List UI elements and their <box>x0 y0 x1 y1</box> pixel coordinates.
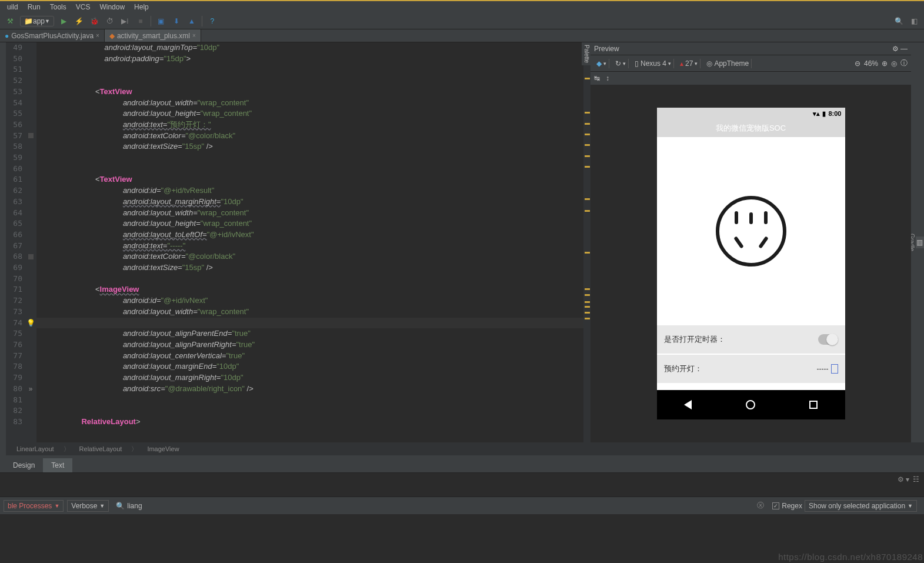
tab-design[interactable]: Design <box>5 458 43 472</box>
sdk-manager-icon[interactable]: ⬇ <box>170 15 183 28</box>
tab-label: activity_smart_plus.xml <box>117 32 190 40</box>
zoom-label: 46% <box>864 59 878 68</box>
layout-mode-tabs: Design Text <box>0 455 924 473</box>
profile-icon[interactable]: ⏱ <box>104 15 116 28</box>
timer-switch[interactable] <box>818 334 838 345</box>
menu-help[interactable]: Help <box>129 1 154 13</box>
right-rail: ▥ Gradle ◧ Preview ▤ Device File Explor <box>911 42 924 442</box>
schedule-row[interactable]: 预约开灯： ----- <box>657 355 845 383</box>
timer-toggle-row: 是否打开定时器： <box>657 325 845 354</box>
process-combo[interactable]: ble Processes▼ <box>4 500 64 512</box>
folder-icon: 📁 <box>24 17 33 25</box>
search-value: liang <box>127 502 142 510</box>
warnings-icon[interactable]: ⓘ <box>900 58 908 68</box>
panel-body: ⚙ ▾ ☷ <box>0 473 924 497</box>
tab-text[interactable]: Text <box>43 458 72 472</box>
schedule-value: ----- <box>817 365 829 373</box>
run-config-selector[interactable]: 📁 app ▼ <box>20 16 54 26</box>
back-icon[interactable] <box>684 400 692 409</box>
code-editor[interactable]: android:layout_marginTop="10dp" android:… <box>36 42 583 442</box>
schedule-label: 预约开灯： <box>664 364 702 374</box>
minimize-icon[interactable]: — <box>900 45 908 53</box>
clear-icon[interactable]: ⓧ <box>757 501 764 511</box>
zoom-out-icon[interactable]: ⊖ <box>855 59 860 68</box>
debug-icon[interactable]: 🐞 <box>88 15 101 28</box>
preview-sub-toolbar: ↹ ↕ <box>591 72 911 85</box>
device-body: 是否打开定时器： 预约开灯： ----- <box>657 137 845 390</box>
menu-tools[interactable]: Tools <box>45 1 71 13</box>
java-file-icon: ● <box>5 32 9 40</box>
home-icon[interactable] <box>746 400 755 409</box>
orientation-selector[interactable]: ↻▾ <box>613 59 629 68</box>
avd-manager-icon[interactable]: ▣ <box>155 15 168 28</box>
pan-icon[interactable]: ↹ <box>594 74 600 82</box>
nav-bar <box>657 390 845 419</box>
clock-label: 8:00 <box>828 110 841 117</box>
crumb-3[interactable]: ImageView <box>142 445 184 452</box>
next-icon <box>831 364 838 374</box>
rail-btn-1[interactable]: ▥ <box>916 236 924 248</box>
error-stripe[interactable] <box>583 42 591 442</box>
app-bar-title: 我的微信宠物版SOC <box>716 123 786 134</box>
plug-icon <box>657 137 845 325</box>
logcat-bar: ble Processes▼ Verbose▼ 🔍 liang ⓧ ✓Regex… <box>0 497 924 514</box>
crumb-2[interactable]: RelativeLayout <box>75 445 127 452</box>
editor-tabs: ● GosSmartPlusActivity.java × ◆ activity… <box>0 29 924 42</box>
search-icon[interactable]: 🔍 <box>892 15 905 28</box>
palette-tab[interactable]: Palette <box>582 42 591 65</box>
tab-label: GosSmartPlusActivity.java <box>11 32 94 40</box>
run-icon[interactable]: ▶ <box>58 15 71 28</box>
preview-panel: Palette Preview ⚙ — ◆▾ ↻▾ ▯Nexus 4▾ ▴27▾… <box>591 42 911 442</box>
theme-selector[interactable]: ◎AppTheme <box>704 59 752 68</box>
design-surface-selector[interactable]: ◆▾ <box>594 59 609 68</box>
main-menu-bar: uild Run Tools VCS Window Help <box>0 0 924 13</box>
breadcrumb: LinearLayout 〉 RelativeLayout 〉 ImageVie… <box>0 442 924 455</box>
timer-toggle-label: 是否打开定时器： <box>664 334 725 345</box>
regex-checkbox[interactable]: ✓Regex <box>772 502 802 510</box>
log-search[interactable]: 🔍 liang <box>112 501 145 511</box>
level-combo[interactable]: Verbose▼ <box>67 500 109 512</box>
left-gutter <box>0 42 6 442</box>
zoom-fit-icon[interactable]: ◎ <box>891 59 897 68</box>
search-icon: 🔍 <box>116 502 125 510</box>
menu-window[interactable]: Window <box>95 1 129 13</box>
gutter-icons: 💡» <box>25 42 36 442</box>
gear-icon[interactable]: ⚙ <box>892 45 899 53</box>
close-icon[interactable]: × <box>96 32 99 39</box>
layout-inspector-icon[interactable]: ▲ <box>185 15 198 28</box>
menu-run[interactable]: Run <box>23 1 45 13</box>
api-selector[interactable]: ▴27▾ <box>678 59 700 68</box>
hammer-icon[interactable]: ⚒ <box>4 15 16 28</box>
settings-panel-icon[interactable]: ◧ <box>908 15 920 28</box>
attach-icon[interactable]: ▶⁞ <box>119 15 132 28</box>
tab-java-file[interactable]: ● GosSmartPlusActivity.java × <box>0 29 105 42</box>
chevron-down-icon: ▼ <box>45 18 50 24</box>
preview-surface[interactable]: ▾▴ ▮ 8:00 我的微信宠物版SOC 是否打开定时器： <box>591 85 911 442</box>
preview-header: Preview ⚙ — <box>591 42 911 55</box>
expand-icon[interactable]: ↕ <box>606 74 609 82</box>
device-frame: ▾▴ ▮ 8:00 我的微信宠物版SOC 是否打开定时器： <box>657 108 845 419</box>
filter-combo[interactable]: Show only selected application▼ <box>805 500 917 512</box>
close-icon[interactable]: × <box>192 32 196 39</box>
menu-vcs[interactable]: VCS <box>71 1 95 13</box>
device-selector[interactable]: ▯Nexus 4▾ <box>632 59 674 68</box>
watermark: https://blog.csdn.net/xh870189248 <box>778 552 923 562</box>
preview-title: Preview <box>594 45 619 53</box>
zoom-in-icon[interactable]: ⊕ <box>882 59 888 68</box>
tab-xml-file[interactable]: ◆ activity_smart_plus.xml × <box>105 29 201 42</box>
gear-icon[interactable]: ⚙ ▾ <box>898 475 909 484</box>
status-bar: ▾▴ ▮ 8:00 <box>657 108 845 119</box>
apply-changes-icon[interactable]: ⚡ <box>73 15 86 28</box>
recents-icon[interactable] <box>809 401 818 409</box>
preview-toolbar: ◆▾ ↻▾ ▯Nexus 4▾ ▴27▾ ◎AppTheme ⊖ 46% ⊕ ◎… <box>591 55 911 72</box>
line-numbers: 49 50 51 52 53 54 55 56 57 58 59 60 61 6… <box>6 42 25 442</box>
menu-build[interactable]: uild <box>2 1 23 13</box>
xml-file-icon: ◆ <box>109 32 115 40</box>
crumb-1[interactable]: LinearLayout <box>12 445 59 452</box>
battery-icon: ▮ <box>822 110 826 118</box>
stop-icon[interactable]: ■ <box>134 15 147 28</box>
tool-icon[interactable]: ☷ <box>913 475 919 484</box>
help-icon[interactable]: ? <box>206 15 219 28</box>
editor-area: 49 50 51 52 53 54 55 56 57 58 59 60 61 6… <box>0 42 924 442</box>
app-bar: 我的微信宠物版SOC <box>657 119 845 137</box>
